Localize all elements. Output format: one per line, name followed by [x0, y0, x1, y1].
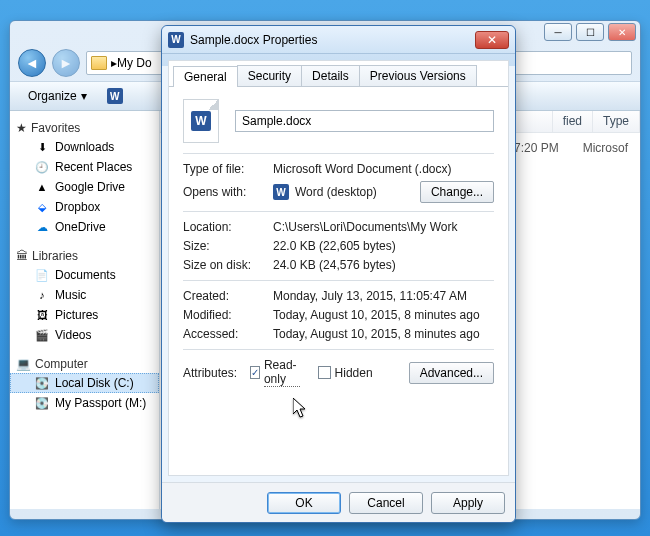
value-sizeondisk: 24.0 KB (24,576 bytes) — [273, 258, 494, 272]
apply-button[interactable]: Apply — [431, 492, 505, 514]
sidebar-local-disk-c[interactable]: 💽Local Disk (C:) — [10, 373, 159, 393]
properties-dialog: W Sample.docx Properties ✕ General Secur… — [161, 25, 516, 523]
sidebar-dropbox[interactable]: ⬙Dropbox — [10, 197, 159, 217]
word-icon: W — [168, 32, 184, 48]
pictures-icon: 🖼 — [34, 307, 50, 323]
sidebar-favorites-header[interactable]: ★Favorites — [10, 119, 159, 137]
sidebar-documents[interactable]: 📄Documents — [10, 265, 159, 285]
value-modified: Today, August 10, 2015, 8 minutes ago — [273, 308, 494, 322]
value-location: C:\Users\Lori\Documents\My Work — [273, 220, 494, 234]
hidden-option[interactable]: Hidden — [318, 366, 373, 380]
videos-icon: 🎬 — [34, 327, 50, 343]
advanced-button[interactable]: Advanced... — [409, 362, 494, 384]
forward-button[interactable]: ► — [52, 49, 80, 77]
organize-button[interactable]: Organize ▾ — [18, 86, 97, 106]
open-with-word-button[interactable]: W — [97, 85, 133, 107]
hidden-checkbox[interactable] — [318, 366, 331, 379]
value-accessed: Today, August 10, 2015, 8 minutes ago — [273, 327, 494, 341]
close-button[interactable]: ✕ — [608, 23, 636, 41]
chevron-down-icon: ▾ — [81, 89, 87, 103]
value-size: 22.0 KB (22,605 bytes) — [273, 239, 494, 253]
recent-icon: 🕘 — [34, 159, 50, 175]
word-icon: W — [107, 88, 123, 104]
col-date-modified[interactable]: fied — [553, 111, 593, 132]
external-disk-icon: 💽 — [34, 395, 50, 411]
hidden-label: Hidden — [335, 366, 373, 380]
tab-details[interactable]: Details — [301, 65, 360, 86]
sidebar-computer-header[interactable]: 💻Computer — [10, 355, 159, 373]
tab-security[interactable]: Security — [237, 65, 302, 86]
sidebar-onedrive[interactable]: ☁OneDrive — [10, 217, 159, 237]
dialog-title: Sample.docx Properties — [190, 33, 469, 47]
computer-icon: 💻 — [16, 357, 31, 371]
label-modified: Modified: — [183, 308, 273, 322]
value-openswith: Word (desktop) — [295, 185, 377, 199]
dialog-titlebar: W Sample.docx Properties ✕ — [162, 26, 515, 54]
ok-button[interactable]: OK — [267, 492, 341, 514]
dialog-buttons: OK Cancel Apply — [162, 482, 515, 522]
value-typeof: Microsoft Word Document (.docx) — [273, 162, 494, 176]
dropbox-icon: ⬙ — [34, 199, 50, 215]
filetype-icon: W — [183, 99, 219, 143]
sidebar-pictures[interactable]: 🖼Pictures — [10, 305, 159, 325]
label-accessed: Accessed: — [183, 327, 273, 341]
sidebar-my-passport[interactable]: 💽My Passport (M:) — [10, 393, 159, 413]
label-typeof: Type of file: — [183, 162, 273, 176]
gdrive-icon: ▲ — [34, 179, 50, 195]
address-text: My Do — [117, 56, 152, 70]
label-created: Created: — [183, 289, 273, 303]
label-openswith: Opens with: — [183, 185, 273, 199]
label-location: Location: — [183, 220, 273, 234]
sidebar-downloads[interactable]: ⬇Downloads — [10, 137, 159, 157]
star-icon: ★ — [16, 121, 27, 135]
filename-input[interactable] — [235, 110, 494, 132]
label-size: Size: — [183, 239, 273, 253]
readonly-label: Read-only — [264, 358, 300, 387]
sidebar-videos[interactable]: 🎬Videos — [10, 325, 159, 345]
maximize-button[interactable]: ☐ — [576, 23, 604, 41]
cancel-button[interactable]: Cancel — [349, 492, 423, 514]
documents-icon: 📄 — [34, 267, 50, 283]
sidebar-google-drive[interactable]: ▲Google Drive — [10, 177, 159, 197]
col-type[interactable]: Type — [593, 111, 640, 132]
tab-previous-versions[interactable]: Previous Versions — [359, 65, 477, 86]
disk-icon: 💽 — [34, 375, 50, 391]
label-attributes: Attributes: — [183, 366, 250, 380]
back-button[interactable]: ◄ — [18, 49, 46, 77]
tab-general[interactable]: General — [173, 66, 238, 87]
tab-general-content: W Type of file: Microsoft Word Document … — [169, 87, 508, 475]
onedrive-icon: ☁ — [34, 219, 50, 235]
file-row-cells: 7:20 PM Microsof — [514, 141, 628, 155]
sidebar-libraries-header[interactable]: 🏛Libraries — [10, 247, 159, 265]
minimize-button[interactable]: ─ — [544, 23, 572, 41]
readonly-checkbox[interactable] — [250, 366, 260, 379]
music-icon: ♪ — [34, 287, 50, 303]
label-sizeondisk: Size on disk: — [183, 258, 273, 272]
sidebar-music[interactable]: ♪Music — [10, 285, 159, 305]
download-icon: ⬇ — [34, 139, 50, 155]
folder-icon — [91, 56, 107, 70]
value-created: Monday, July 13, 2015, 11:05:47 AM — [273, 289, 494, 303]
library-icon: 🏛 — [16, 249, 28, 263]
tabs: General Security Details Previous Versio… — [169, 65, 508, 87]
sidebar-recent-places[interactable]: 🕘Recent Places — [10, 157, 159, 177]
dialog-close-button[interactable]: ✕ — [475, 31, 509, 49]
change-button[interactable]: Change... — [420, 181, 494, 203]
readonly-option[interactable]: Read-only — [250, 358, 300, 387]
sidebar: ★Favorites ⬇Downloads 🕘Recent Places ▲Go… — [10, 111, 160, 509]
word-icon: W — [273, 184, 289, 200]
